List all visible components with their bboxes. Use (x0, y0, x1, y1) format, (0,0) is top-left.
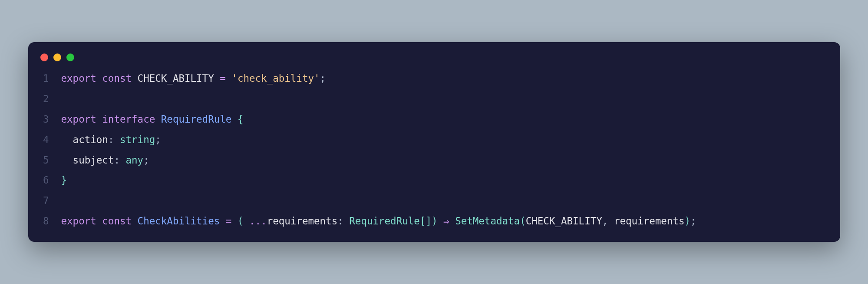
line-number: 3 (40, 109, 61, 130)
line-content: export const CHECK_ABILITY = 'check_abil… (61, 68, 326, 89)
token (114, 134, 120, 145)
line-content: subject: any; (61, 150, 149, 170)
token: CheckAbilities (138, 215, 220, 227)
token (61, 154, 73, 166)
token: const (102, 73, 132, 84)
token (96, 73, 102, 84)
token: const (102, 215, 132, 227)
token (96, 215, 102, 227)
line-number: 4 (40, 130, 61, 150)
window-titlebar (28, 53, 840, 68)
token: subject (73, 154, 114, 166)
token: ; (690, 215, 696, 227)
token: ; (320, 73, 326, 84)
token: requirements (267, 215, 338, 227)
token: export (61, 215, 96, 227)
token: string (120, 134, 155, 145)
code-block: 1export const CHECK_ABILITY = 'check_abi… (28, 68, 840, 231)
token (61, 134, 73, 145)
code-line: 7 (40, 190, 840, 211)
token (449, 215, 455, 227)
line-content: action: string; (61, 130, 161, 150)
token (96, 114, 102, 125)
token: requirements (614, 215, 685, 227)
token: action (73, 134, 108, 145)
token (438, 215, 444, 227)
token: RequiredRule (349, 215, 420, 227)
token (155, 114, 161, 125)
token: , (602, 215, 608, 227)
token: CHECK_ABILITY (526, 215, 602, 227)
token: { (238, 114, 244, 125)
line-number: 5 (40, 150, 61, 170)
token: = (226, 215, 232, 227)
line-number: 8 (40, 211, 61, 231)
token: CHECK_ABILITY (138, 73, 214, 84)
token: : (108, 134, 114, 145)
token (231, 215, 238, 227)
token (120, 154, 126, 166)
token: ⇒ (443, 215, 449, 227)
token: : (337, 215, 343, 227)
token: export (61, 114, 96, 125)
token: ; (143, 154, 149, 166)
token: SetMetadata (455, 215, 520, 227)
token (226, 73, 232, 84)
line-number: 7 (40, 190, 61, 211)
code-line: 5 subject: any; (40, 150, 840, 170)
line-content: export interface RequiredRule { (61, 109, 244, 130)
token (220, 215, 226, 227)
token (608, 215, 614, 227)
token (243, 215, 249, 227)
token: 'check_ability' (231, 73, 320, 84)
line-number: 1 (40, 68, 61, 89)
token (214, 73, 220, 84)
token: export (61, 73, 96, 84)
code-window: 1export const CHECK_ABILITY = 'check_abi… (28, 42, 840, 241)
line-number: 2 (40, 89, 61, 109)
token: ; (155, 134, 161, 145)
code-line: 8export const CheckAbilities = ( ...requ… (40, 211, 840, 231)
line-content: } (61, 170, 67, 190)
token: [] (420, 215, 432, 227)
token: ( (520, 215, 526, 227)
token: = (220, 73, 226, 84)
line-content: export const CheckAbilities = ( ...requi… (61, 211, 696, 231)
token: ) (684, 215, 690, 227)
token: ) (432, 215, 438, 227)
token: ( (238, 215, 244, 227)
token: any (126, 154, 144, 166)
close-icon[interactable] (40, 53, 48, 61)
token (132, 73, 138, 84)
maximize-icon[interactable] (66, 53, 74, 61)
token (231, 114, 238, 125)
line-number: 6 (40, 170, 61, 190)
token (343, 215, 350, 227)
token: : (114, 154, 120, 166)
code-line: 6} (40, 170, 840, 190)
token: RequiredRule (161, 114, 232, 125)
token: } (61, 174, 67, 186)
token: interface (102, 114, 155, 125)
code-line: 2 (40, 89, 840, 109)
token: ... (249, 215, 267, 227)
code-line: 3export interface RequiredRule { (40, 109, 840, 130)
token (132, 215, 138, 227)
code-line: 4 action: string; (40, 130, 840, 150)
code-line: 1export const CHECK_ABILITY = 'check_abi… (40, 68, 840, 89)
minimize-icon[interactable] (53, 53, 61, 61)
